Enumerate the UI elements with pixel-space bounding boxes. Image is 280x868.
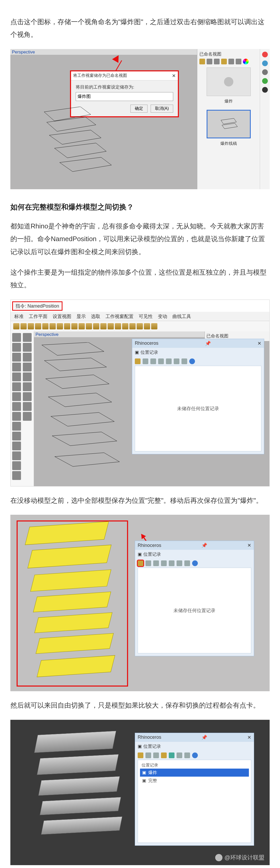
tool-icon[interactable] xyxy=(23,412,32,421)
cancel-button[interactable]: 取消(A) xyxy=(151,104,173,113)
tab[interactable]: 设置视图 xyxy=(53,313,71,319)
position-item-active[interactable]: ▣爆炸 xyxy=(140,769,249,777)
tool-icon[interactable] xyxy=(12,382,21,391)
ok-button[interactable]: 确定 xyxy=(130,104,147,113)
pin-icon[interactable]: 📌 xyxy=(202,735,207,740)
close-icon[interactable]: ✕ xyxy=(247,542,251,548)
help-icon[interactable] xyxy=(189,359,195,364)
tool-icon[interactable] xyxy=(115,323,121,330)
tool-icon[interactable] xyxy=(28,323,34,330)
tool-icon[interactable] xyxy=(12,343,21,352)
save-position-icon[interactable] xyxy=(138,560,143,566)
tool-icon[interactable] xyxy=(12,402,21,411)
tool-icon[interactable] xyxy=(23,372,32,381)
tool-icon[interactable] xyxy=(12,353,21,362)
tab[interactable]: 可见性 xyxy=(139,313,153,319)
tool-icon[interactable] xyxy=(12,422,21,431)
tool-icon[interactable] xyxy=(12,412,21,421)
brush-icon[interactable] xyxy=(262,69,268,75)
tool-icon[interactable] xyxy=(108,323,114,330)
tool-icon[interactable] xyxy=(229,59,234,64)
tool-icon[interactable] xyxy=(151,323,158,330)
up-icon[interactable] xyxy=(174,359,179,364)
tool-icon[interactable] xyxy=(161,752,167,758)
tool-icon[interactable] xyxy=(100,323,107,330)
close-icon[interactable]: ✕ xyxy=(247,735,251,740)
tool-icon[interactable] xyxy=(12,333,21,342)
down-icon[interactable] xyxy=(181,359,187,364)
tab[interactable]: 标准 xyxy=(14,313,24,319)
tool-icon[interactable] xyxy=(42,323,48,330)
tool-icon[interactable] xyxy=(93,323,99,330)
tool-icon[interactable] xyxy=(64,323,70,330)
tool-icon[interactable] xyxy=(166,359,172,364)
up-icon[interactable] xyxy=(177,752,182,758)
help-icon[interactable] xyxy=(262,78,268,84)
tool-icon[interactable] xyxy=(145,560,151,566)
tool-icon[interactable] xyxy=(49,323,56,330)
tool-icon[interactable] xyxy=(12,392,21,401)
close-icon[interactable]: ✕ xyxy=(172,73,176,79)
tool-icon[interactable] xyxy=(23,343,32,352)
save-icon[interactable] xyxy=(199,59,205,64)
tool-icon[interactable] xyxy=(143,359,148,364)
tool-icon[interactable] xyxy=(236,59,241,64)
tool-icon[interactable] xyxy=(12,471,21,480)
tab[interactable]: 选取 xyxy=(91,313,100,319)
tool-icon[interactable] xyxy=(158,359,164,364)
tool-icon[interactable] xyxy=(35,323,41,330)
tool-icon[interactable] xyxy=(23,333,32,342)
tool-icon[interactable] xyxy=(169,560,174,566)
tool-icon[interactable] xyxy=(23,402,32,411)
tool-icon[interactable] xyxy=(122,323,128,330)
folder-icon[interactable] xyxy=(221,59,227,64)
view-thumbnail[interactable] xyxy=(207,67,251,96)
tab[interactable]: 工作视窗配置 xyxy=(106,313,134,319)
view-thumbnail-selected[interactable] xyxy=(207,110,251,138)
display-icon[interactable] xyxy=(262,87,268,93)
close-icon[interactable]: ✕ xyxy=(257,341,261,346)
tool-icon[interactable] xyxy=(12,432,21,440)
tab[interactable]: 变动 xyxy=(158,313,167,319)
tool-icon[interactable] xyxy=(23,382,32,391)
tool-icon[interactable] xyxy=(12,461,21,470)
tool-icon[interactable] xyxy=(144,323,150,330)
tool-icon[interactable] xyxy=(23,392,32,401)
view-name-input[interactable] xyxy=(76,92,173,101)
tab[interactable]: 显示 xyxy=(76,313,86,319)
tool-icon[interactable] xyxy=(12,363,21,371)
tool-icon[interactable] xyxy=(57,323,63,330)
pin-icon[interactable]: 📌 xyxy=(202,542,207,548)
help-icon[interactable] xyxy=(192,752,198,758)
help-icon[interactable] xyxy=(192,560,198,566)
tool-icon[interactable] xyxy=(78,323,85,330)
tool-icon[interactable] xyxy=(13,323,20,330)
tool-icon[interactable] xyxy=(71,323,77,330)
tool-icon[interactable] xyxy=(86,323,92,330)
delete-icon[interactable] xyxy=(153,752,159,758)
delete-icon[interactable] xyxy=(153,560,159,566)
save-position-icon[interactable] xyxy=(135,359,141,364)
delete-icon[interactable] xyxy=(150,359,156,364)
up-icon[interactable] xyxy=(177,560,182,566)
tool-icon[interactable] xyxy=(23,363,32,371)
command-line[interactable]: 指令: NamedPosition xyxy=(12,301,63,311)
render-icon[interactable] xyxy=(262,52,268,57)
tool-icon[interactable] xyxy=(169,752,174,758)
tool-icon[interactable] xyxy=(145,752,151,758)
tool-icon[interactable] xyxy=(12,452,21,460)
tool-icon[interactable] xyxy=(12,372,21,381)
down-icon[interactable] xyxy=(184,560,190,566)
tool-icon[interactable] xyxy=(161,560,167,566)
tool-icon[interactable] xyxy=(214,59,220,64)
down-icon[interactable] xyxy=(184,752,190,758)
color-wheel-icon[interactable] xyxy=(243,59,249,64)
tool-icon[interactable] xyxy=(23,353,32,362)
tab[interactable]: 曲线工具 xyxy=(172,313,191,319)
position-item[interactable]: ▣完整 xyxy=(140,777,249,785)
tab[interactable]: 工作平面 xyxy=(29,313,47,319)
tool-icon[interactable] xyxy=(207,59,212,64)
tool-icon[interactable] xyxy=(129,323,136,330)
save-position-icon[interactable] xyxy=(138,752,143,758)
layer-icon[interactable] xyxy=(262,60,268,66)
